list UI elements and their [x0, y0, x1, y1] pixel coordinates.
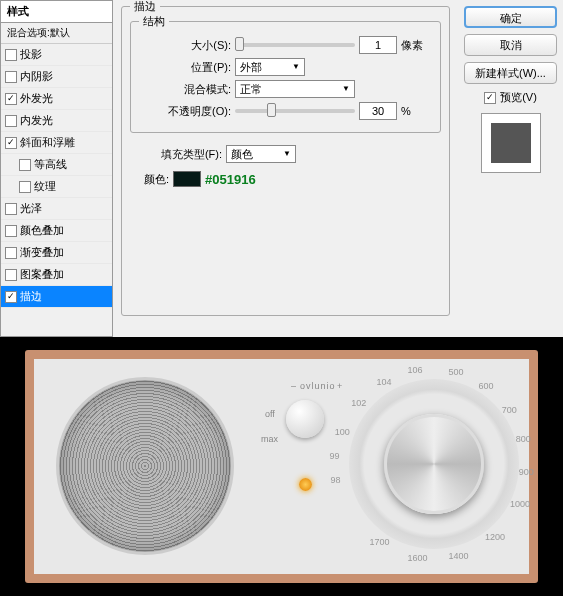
buttons-panel: 确定 取消 新建样式(W)... 预览(V)	[458, 0, 563, 337]
style-checkbox[interactable]	[19, 181, 31, 193]
position-select[interactable]: 外部	[235, 58, 305, 76]
style-item-渐变叠加[interactable]: 渐变叠加	[1, 242, 112, 264]
freq-tick: 98	[330, 475, 340, 485]
artwork-area: – ovlunio + off max 98991001021041065006…	[0, 337, 563, 596]
style-item-描边[interactable]: 描边	[1, 286, 112, 308]
power-led	[299, 478, 312, 491]
preview-box	[481, 113, 541, 173]
styles-header: 样式	[1, 1, 112, 23]
tuner-knob	[384, 414, 484, 514]
opacity-slider[interactable]	[235, 109, 355, 113]
style-label: 渐变叠加	[20, 245, 64, 260]
minus-label: –	[291, 381, 296, 391]
ok-button[interactable]: 确定	[464, 6, 557, 28]
style-item-内阴影[interactable]: 内阴影	[1, 66, 112, 88]
style-checkbox[interactable]	[5, 269, 17, 281]
cancel-button[interactable]: 取消	[464, 34, 557, 56]
style-label: 描边	[20, 289, 42, 304]
plus-label: +	[337, 381, 342, 391]
size-label: 大小(S):	[149, 38, 231, 53]
style-item-光泽[interactable]: 光泽	[1, 198, 112, 220]
blend-label: 混合模式:	[149, 82, 231, 97]
style-label: 纹理	[34, 179, 56, 194]
style-checkbox[interactable]	[5, 291, 17, 303]
color-label: 颜色:	[144, 172, 169, 187]
style-checkbox[interactable]	[5, 93, 17, 105]
new-style-button[interactable]: 新建样式(W)...	[464, 62, 557, 84]
freq-tick: 99	[329, 451, 339, 461]
style-checkbox[interactable]	[19, 159, 31, 171]
max-label: max	[261, 434, 278, 444]
freq-tick: 500	[449, 367, 464, 377]
pos-label: 位置(P):	[149, 60, 231, 75]
freq-tick: 1600	[408, 553, 428, 563]
style-item-斜面和浮雕[interactable]: 斜面和浮雕	[1, 132, 112, 154]
freq-tick: 100	[335, 427, 350, 437]
opacity-input[interactable]	[359, 102, 397, 120]
style-checkbox[interactable]	[5, 115, 17, 127]
style-checkbox[interactable]	[5, 137, 17, 149]
freq-tick: 1000	[510, 499, 530, 509]
size-input[interactable]	[359, 36, 397, 54]
opac-label: 不透明度(O):	[149, 104, 231, 119]
fill-label: 填充类型(F):	[140, 147, 222, 162]
style-checkbox[interactable]	[5, 247, 17, 259]
style-label: 光泽	[20, 201, 42, 216]
blend-select[interactable]: 正常	[235, 80, 355, 98]
style-item-颜色叠加[interactable]: 颜色叠加	[1, 220, 112, 242]
preview-label: 预览(V)	[500, 90, 537, 105]
fill-select[interactable]: 颜色	[226, 145, 296, 163]
style-label: 颜色叠加	[20, 223, 64, 238]
style-label: 外发光	[20, 91, 53, 106]
style-item-等高线[interactable]: 等高线	[1, 154, 112, 176]
style-item-内发光[interactable]: 内发光	[1, 110, 112, 132]
blend-options[interactable]: 混合选项:默认	[1, 23, 112, 44]
freq-tick: 1700	[370, 537, 390, 547]
style-item-图案叠加[interactable]: 图案叠加	[1, 264, 112, 286]
freq-tick: 700	[502, 405, 517, 415]
speaker	[56, 377, 234, 555]
tuner-dial: 9899100102104106500600700800900100012001…	[349, 379, 519, 549]
style-checkbox[interactable]	[5, 203, 17, 215]
style-checkbox[interactable]	[5, 225, 17, 237]
freq-tick: 900	[519, 467, 534, 477]
style-item-纹理[interactable]: 纹理	[1, 176, 112, 198]
stroke-panel: 描边 结构 大小(S): 像素 位置(P): 外部 混合模式: 正常	[113, 0, 458, 337]
freq-tick: 102	[351, 398, 366, 408]
style-checkbox[interactable]	[5, 71, 17, 83]
style-label: 等高线	[34, 157, 67, 172]
freq-tick: 104	[377, 377, 392, 387]
freq-tick: 800	[516, 434, 531, 444]
style-checkbox[interactable]	[5, 49, 17, 61]
freq-tick: 106	[408, 365, 423, 375]
style-label: 斜面和浮雕	[20, 135, 75, 150]
struct-title: 结构	[139, 14, 169, 29]
style-item-投影[interactable]: 投影	[1, 44, 112, 66]
style-item-外发光[interactable]: 外发光	[1, 88, 112, 110]
volume-knob	[286, 400, 324, 438]
styles-panel: 样式 混合选项:默认 投影内阴影外发光内发光斜面和浮雕等高线纹理光泽颜色叠加渐变…	[0, 0, 113, 337]
size-unit: 像素	[401, 38, 423, 53]
color-swatch[interactable]	[173, 171, 201, 187]
freq-tick: 1200	[485, 532, 505, 542]
style-label: 内阴影	[20, 69, 53, 84]
radio-device: – ovlunio + off max 98991001021041065006…	[25, 350, 538, 583]
style-label: 图案叠加	[20, 267, 64, 282]
panel-title: 描边	[130, 0, 160, 14]
style-label: 内发光	[20, 113, 53, 128]
size-slider[interactable]	[235, 43, 355, 47]
preview-checkbox[interactable]	[484, 92, 496, 104]
opac-unit: %	[401, 105, 411, 117]
freq-tick: 600	[478, 381, 493, 391]
off-label: off	[265, 409, 275, 419]
brand-label: ovlunio	[300, 381, 336, 391]
freq-tick: 1400	[449, 551, 469, 561]
style-label: 投影	[20, 47, 42, 62]
color-hex: #051916	[205, 172, 256, 187]
